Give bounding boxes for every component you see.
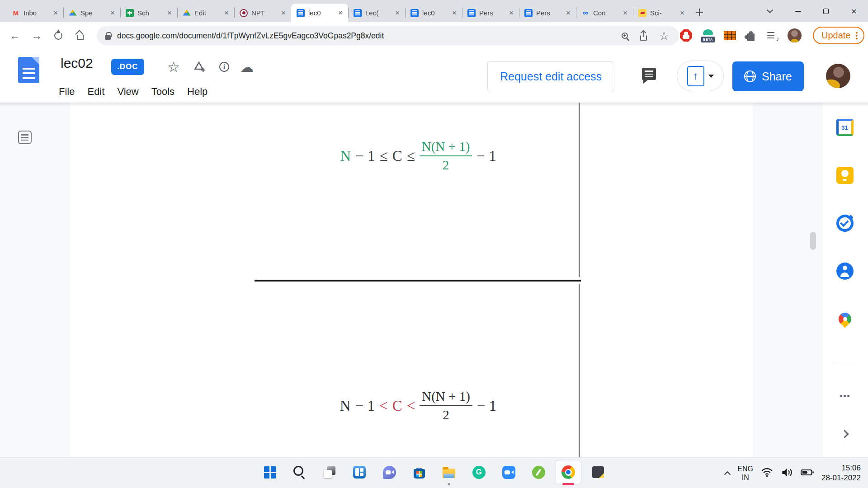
tab-search-chevron-icon[interactable] <box>756 0 784 22</box>
taskbar-start-button[interactable] <box>257 460 283 484</box>
star-document-icon[interactable] <box>165 59 182 75</box>
drive-favicon-icon <box>183 9 191 17</box>
menu-edit[interactable]: Edit <box>87 86 104 98</box>
clock-datetime[interactable]: 15:06 28-01-2022 <box>821 463 861 483</box>
tab-close-icon[interactable] <box>621 9 629 17</box>
upload-icon <box>687 66 704 86</box>
tab-close-icon[interactable] <box>564 9 572 17</box>
taskbar-search-button[interactable] <box>287 460 312 484</box>
browser-tab[interactable]: Inbo <box>6 4 63 22</box>
forward-icon[interactable]: → <box>26 22 47 49</box>
taskbar-notes-button[interactable] <box>585 460 611 484</box>
taskbar-chat-button[interactable] <box>377 460 402 484</box>
taskbar-widgets-button[interactable] <box>347 460 372 484</box>
browser-tab[interactable]: Edit <box>177 4 234 22</box>
lock-icon[interactable] <box>105 35 111 40</box>
url-text[interactable]: docs.google.com/document/d/1fTpWynfZvLzE… <box>117 31 615 41</box>
browser-tab[interactable]: Con <box>576 4 633 22</box>
extensions-puzzle-icon[interactable] <box>744 22 755 49</box>
window-minimize-button[interactable] <box>784 0 812 22</box>
tab-title: Sch <box>137 9 162 17</box>
volume-icon[interactable] <box>781 467 793 479</box>
taskbar-taskview-button[interactable] <box>317 460 342 484</box>
address-bar[interactable]: docs.google.com/document/d/1fTpWynfZvLzE… <box>97 26 679 45</box>
document-outline-icon[interactable] <box>18 131 32 144</box>
side-panel-calendar-button[interactable]: 31 <box>836 119 854 136</box>
scrollbar-thumb[interactable] <box>810 232 816 250</box>
tab-close-icon[interactable] <box>108 9 117 17</box>
bookmark-star-icon[interactable] <box>659 29 669 42</box>
comments-icon[interactable] <box>642 68 656 80</box>
side-panel-keep-button[interactable] <box>836 167 854 184</box>
window-close-button[interactable]: × <box>840 0 868 22</box>
zoom-page-icon[interactable] <box>622 33 628 39</box>
tab-close-icon[interactable] <box>52 9 60 17</box>
browser-tab[interactable]: Pers <box>462 4 519 22</box>
hidden-icons-chevron-icon[interactable] <box>724 471 731 478</box>
browser-tab[interactable]: NPT <box>234 4 291 22</box>
wifi-icon[interactable] <box>761 467 773 479</box>
side-panel-maps-button[interactable] <box>836 310 854 328</box>
taskbar-store-button[interactable] <box>406 460 432 484</box>
menu-tools[interactable]: Tools <box>151 86 175 98</box>
taskbar-chrome-button[interactable] <box>556 460 581 484</box>
taskbar-zoom-button[interactable] <box>496 460 521 484</box>
tab-close-icon[interactable] <box>336 9 344 17</box>
tab-title: Inbo <box>24 9 48 17</box>
chrome-update-button[interactable]: Update <box>813 27 864 44</box>
back-icon[interactable]: ← <box>5 22 25 49</box>
media-controls-icon[interactable] <box>767 22 778 49</box>
collapse-panel-chevron-icon[interactable] <box>840 430 849 438</box>
browser-tab[interactable]: Pers <box>519 4 576 22</box>
tab-close-icon[interactable] <box>678 9 686 17</box>
tab-close-icon[interactable] <box>279 9 288 17</box>
browser-tab[interactable]: Sch <box>120 4 177 22</box>
taskbar-journal-button[interactable] <box>526 460 551 484</box>
open-in-app-button[interactable] <box>677 61 724 91</box>
tab-close-icon[interactable] <box>450 9 458 17</box>
browser-profile-avatar[interactable] <box>788 22 802 49</box>
tab-title: Sci- <box>650 9 675 17</box>
request-edit-access-button[interactable]: Request edit access <box>487 61 614 91</box>
reload-icon[interactable] <box>48 22 69 49</box>
tab-title: Edit <box>194 9 219 17</box>
browser-menu-icon[interactable] <box>856 35 858 37</box>
globe-icon <box>744 70 756 82</box>
tab-close-icon[interactable] <box>222 9 231 17</box>
taskbar-grammarly-button[interactable] <box>466 460 491 484</box>
browser-tab[interactable]: Lec( <box>348 4 405 22</box>
bricks-extension-icon[interactable] <box>724 22 736 49</box>
menu-view[interactable]: View <box>117 86 138 98</box>
start-icon <box>264 466 276 479</box>
language-indicator[interactable]: ENG IN <box>737 465 753 482</box>
new-tab-button[interactable] <box>693 5 706 19</box>
document-status-info-icon[interactable] <box>216 59 232 75</box>
browser-tab[interactable]: Spe <box>63 4 120 22</box>
menu-file[interactable]: File <box>59 86 75 98</box>
beta-extension-icon[interactable]: BETA <box>701 22 715 49</box>
get-addons-icon[interactable] <box>844 395 846 397</box>
google-docs-logo-icon[interactable] <box>18 57 39 83</box>
account-avatar[interactable] <box>826 64 850 88</box>
browser-tab[interactable]: lec0 <box>291 4 348 22</box>
window-maximize-button[interactable] <box>812 0 840 22</box>
side-panel-contacts-button[interactable] <box>836 263 854 280</box>
browser-tab[interactable]: lec0 <box>405 4 462 22</box>
link-favicon-icon <box>581 9 590 17</box>
tab-close-icon[interactable] <box>165 9 174 17</box>
tab-close-icon[interactable] <box>507 9 515 17</box>
tasks-icon <box>836 215 854 232</box>
battery-icon[interactable] <box>801 468 814 479</box>
add-to-drive-icon[interactable] <box>191 59 207 75</box>
taskbar-explorer-button[interactable] <box>436 460 462 484</box>
browser-tab[interactable]: Sci- <box>633 4 690 22</box>
menu-help[interactable]: Help <box>187 86 208 98</box>
share-page-icon[interactable] <box>640 35 647 41</box>
tab-close-icon[interactable] <box>393 9 401 17</box>
document-title[interactable]: lec02 <box>61 56 93 71</box>
side-panel-tasks-button[interactable] <box>836 215 854 232</box>
adblock-extension-icon[interactable] <box>680 22 692 49</box>
share-button[interactable]: Share <box>732 61 804 91</box>
drive-favicon-icon <box>69 9 77 17</box>
home-icon[interactable] <box>70 22 90 49</box>
